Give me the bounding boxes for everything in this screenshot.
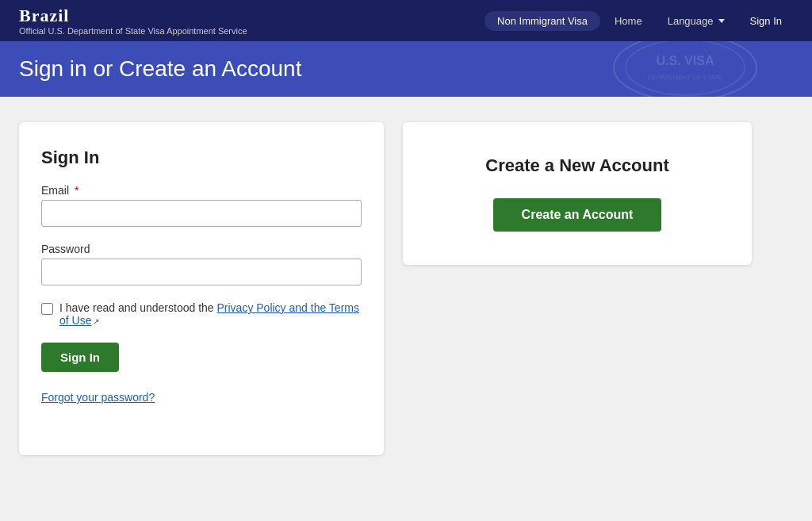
hero-banner: Sign in or Create an Account U.S. VISA D… xyxy=(0,41,812,97)
terms-checkbox-row: I have read and understood the Privacy P… xyxy=(41,301,362,327)
main-content: Sign In Email * Password I have read and… xyxy=(0,97,812,481)
svg-point-1 xyxy=(626,41,745,95)
top-nav: Brazil Official U.S. Department of State… xyxy=(0,0,812,41)
signin-button[interactable]: Sign In xyxy=(41,343,119,372)
terms-text: I have read and understood the Privacy P… xyxy=(59,301,362,327)
email-input[interactable] xyxy=(41,200,362,227)
external-link-icon: ↗ xyxy=(93,317,99,326)
create-account-button[interactable]: Create an Account xyxy=(493,198,662,232)
non-immigrant-visa-button[interactable]: Non Immigrant Visa xyxy=(485,11,600,31)
signin-card: Sign In Email * Password I have read and… xyxy=(19,122,384,455)
checkbox-prefix: I have read and understood the xyxy=(59,301,216,314)
hero-watermark: U.S. VISA DEPARTMENT OF STATE xyxy=(606,41,764,97)
email-label-text: Email xyxy=(41,184,69,197)
language-chevron-icon xyxy=(718,19,725,23)
password-group: Password xyxy=(41,243,362,298)
password-label: Password xyxy=(41,243,362,255)
home-label: Home xyxy=(615,15,642,27)
home-link[interactable]: Home xyxy=(603,11,653,31)
forgot-password-link[interactable]: Forgot your password? xyxy=(41,391,362,404)
nav-brand: Brazil Official U.S. Department of State… xyxy=(19,6,485,36)
hero-title: Sign in or Create an Account xyxy=(19,56,301,82)
create-account-title: Create a New Account xyxy=(485,155,668,176)
language-link[interactable]: Language xyxy=(657,11,736,31)
svg-text:DEPARTMENT OF STATE: DEPARTMENT OF STATE xyxy=(648,74,722,81)
brand-subtitle: Official U.S. Department of State Visa A… xyxy=(19,26,485,36)
signin-title: Sign In xyxy=(41,147,362,168)
svg-text:U.S. VISA: U.S. VISA xyxy=(657,54,714,67)
language-label: Language xyxy=(668,15,714,27)
email-group: Email * xyxy=(41,184,362,239)
brand-title: Brazil xyxy=(19,6,485,26)
email-required-star: * xyxy=(75,184,79,197)
nav-signin-link[interactable]: Sign In xyxy=(739,11,793,31)
svg-point-0 xyxy=(614,41,756,97)
us-visa-watermark-icon: U.S. VISA DEPARTMENT OF STATE xyxy=(606,41,764,97)
email-label: Email * xyxy=(41,184,362,197)
nav-links: Non Immigrant Visa Home Language Sign In xyxy=(485,11,793,31)
create-account-card: Create a New Account Create an Account xyxy=(403,122,752,265)
password-input[interactable] xyxy=(41,259,362,285)
terms-checkbox[interactable] xyxy=(41,303,53,315)
